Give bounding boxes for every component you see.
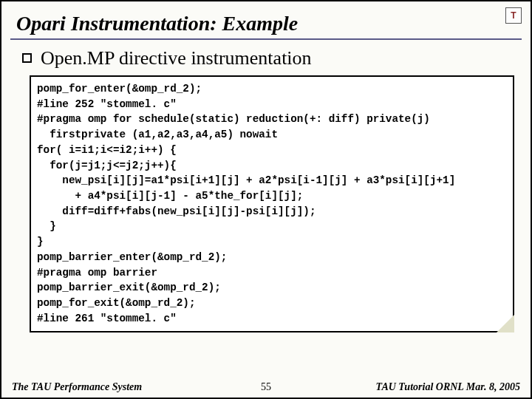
footer-page-number: 55	[261, 381, 271, 393]
title-box: Opari Instrumentation: Example	[10, 7, 522, 40]
slide-container: T Opari Instrumentation: Example Open.MP…	[0, 0, 532, 399]
code-line: pomp_barrier_enter(&omp_rd_2);	[37, 250, 507, 265]
code-line: pomp_for_enter(&omp_rd_2);	[37, 81, 507, 97]
code-line: new_psi[i][j]=a1*psi[i+1][j] + a2*psi[i-…	[37, 173, 507, 188]
code-line: #line 261 "stommel. c"	[37, 311, 507, 327]
code-line: + a4*psi[i][j-1] - a5*the_for[i][j];	[37, 188, 507, 204]
footer: The TAU Performance System 55 TAU Tutori…	[1, 381, 531, 393]
code-line: for( i=i1;i<=i2;i++) {	[37, 143, 507, 158]
code-line: }	[37, 219, 507, 234]
subtitle-text: Open.MP directive instrumentation	[41, 47, 312, 69]
code-line: pomp_barrier_exit(&omp_rd_2);	[37, 280, 507, 296]
slide-title: Opari Instrumentation: Example	[16, 12, 298, 35]
code-line: #pragma omp for schedule(static) reducti…	[37, 112, 507, 127]
code-line: firstprivate (a1,a2,a3,a4,a5) nowait	[37, 127, 507, 143]
footer-left: The TAU Performance System	[12, 381, 142, 393]
footer-right: TAU Tutorial ORNL Mar. 8, 2005	[376, 381, 520, 393]
code-line: #line 252 "stommel. c"	[37, 97, 507, 112]
code-line: for(j=j1;j<=j2;j++){	[37, 158, 507, 174]
bullet-icon	[22, 53, 32, 63]
subtitle-row: Open.MP directive instrumentation	[22, 47, 516, 69]
code-box: pomp_for_enter(&omp_rd_2); #line 252 "st…	[30, 75, 514, 332]
code-line: diff=diff+fabs(new_psi[i][j]-psi[i][j]);	[37, 204, 507, 219]
code-line: pomp_for_exit(&omp_rd_2);	[37, 296, 507, 311]
code-line: }	[37, 234, 507, 250]
code-line: #pragma omp barrier	[37, 265, 507, 281]
